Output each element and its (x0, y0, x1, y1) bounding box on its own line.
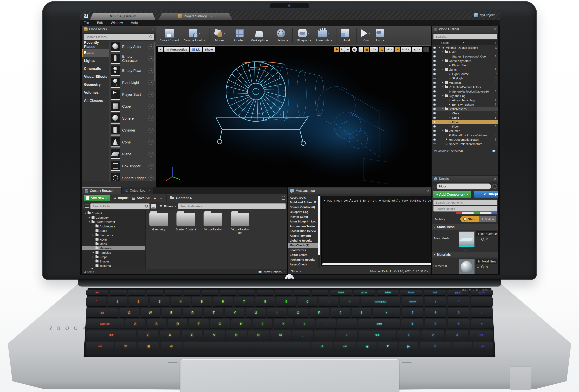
key-blank[interactable] (202, 290, 218, 296)
outliner-row-spherereflectioncapture[interactable]: ◎SphereReflectionCaptureS (432, 142, 498, 146)
message-log-header[interactable]: Message Log ✕ (288, 187, 431, 194)
key-C[interactable]: C (182, 330, 202, 340)
key-num lk[interactable]: num lk (402, 297, 423, 307)
search-paths-box[interactable] (90, 203, 150, 209)
show-filter-button[interactable]: Show▼ (291, 269, 301, 273)
toolbar-launch-button[interactable]: ▼Launch (373, 28, 390, 43)
outliner-row-player-start[interactable]: ▶Player StartP (432, 63, 498, 67)
key-K[interactable]: K (274, 319, 293, 329)
toolbar-blueprints-button[interactable]: ▼Blueprints (294, 28, 314, 43)
mobility-static-button[interactable]: Static (460, 216, 479, 222)
key-A[interactable]: A (125, 319, 145, 329)
key-ctrl[interactable]: ctrl (86, 342, 114, 351)
key-2[interactable]: 2 (129, 297, 148, 307)
key-blank[interactable] (128, 290, 145, 296)
eye-icon[interactable] (433, 55, 436, 58)
expand-arrow-icon[interactable]: ▼ (84, 212, 86, 214)
key-G[interactable]: G (210, 319, 230, 329)
key-0[interactable]: 0 (297, 297, 317, 307)
key-*[interactable]: * (448, 297, 470, 307)
log-category-editor-errors[interactable]: Editor Errors (288, 252, 318, 257)
tree-folder-maps[interactable]: Maps (82, 241, 145, 246)
keyboard[interactable]: escinsertprt scdeletehomeendpg uppg dn`1… (86, 290, 493, 351)
outliner-row-hmdlocomotionpawn[interactable]: ♟HMDLocomotionPawnE (432, 137, 498, 142)
key-Z[interactable]: Z (138, 330, 158, 340)
fingerprint-sensor[interactable] (510, 366, 531, 390)
scale-snap-value[interactable]: 0.25▼ (401, 47, 411, 52)
help-icon[interactable]: ? (492, 184, 497, 189)
place-item-point-light[interactable]: Point Light? (109, 77, 156, 88)
eye-icon[interactable] (433, 81, 436, 84)
static-mesh-thumbnail[interactable] (459, 232, 475, 247)
key-blank[interactable] (146, 290, 163, 296)
key-tab[interactable]: tab (86, 308, 118, 318)
key-blank[interactable] (312, 290, 329, 296)
category-all-classes[interactable]: All Classes (82, 96, 109, 104)
key-end[interactable]: end (424, 290, 446, 296)
menu-window[interactable]: Window (107, 20, 127, 26)
static-mesh-asset-name[interactable]: Floor_400x400 (476, 232, 497, 236)
category-recently-placed[interactable]: Recently Placed (82, 41, 109, 49)
grid-snap-value[interactable]: 10▼ (370, 47, 378, 52)
key-▶[interactable]: ▶ (399, 342, 419, 351)
asset-folder-starter-content[interactable]: Starter Content (175, 213, 197, 231)
outliner-row-audio[interactable]: ▼AudioF (432, 50, 498, 54)
tab-content-browser[interactable]: Content Browser ✕ (82, 187, 121, 194)
log-category-map-check-1-[interactable]: Map Check (1) (288, 243, 318, 248)
key-9[interactable]: 9 (448, 308, 470, 318)
horizontal-scrollbar[interactable] (322, 263, 431, 265)
menu-edit[interactable]: Edit (93, 20, 107, 26)
place-item-player-start[interactable]: Player Start? (109, 88, 156, 100)
key-blank[interactable] (183, 290, 200, 296)
scale-tool-button[interactable]: ⇗ (345, 47, 350, 52)
eye-icon[interactable] (433, 78, 436, 78)
key-8[interactable]: 8 (425, 308, 446, 318)
asset-folder-geometry[interactable]: Geometry (148, 213, 170, 231)
asset-folder-virtualreality-bp[interactable]: VirtualReality BP (229, 213, 251, 235)
grid-snap-button[interactable]: ▦ (364, 47, 369, 52)
eye-icon[interactable] (433, 103, 436, 106)
viewport-perspective-button[interactable]: Perspective (164, 47, 189, 52)
blueprint-button[interactable]: ⚙Blueprint (474, 191, 498, 198)
outliner-row-chair[interactable]: ⌂ChairS (432, 115, 498, 120)
key-shift[interactable]: shift (359, 330, 396, 340)
category-geometry[interactable]: Geometry (82, 80, 109, 88)
key-6[interactable]: 6 (448, 319, 469, 329)
eye-icon[interactable] (433, 108, 436, 110)
key-L[interactable]: L (295, 319, 315, 329)
use-selected-icon[interactable]: ← (476, 265, 479, 269)
eye-icon[interactable] (433, 117, 436, 119)
viewport-show-button[interactable]: Show (203, 47, 215, 52)
outliner-row-sky-and-fog[interactable]: ▼Sky and FogF (432, 93, 498, 98)
key-+[interactable]: + (471, 308, 493, 318)
key-P[interactable]: P (309, 308, 329, 318)
help-icon[interactable]: ? (148, 68, 154, 73)
outliner-row-minimal-default-editor-[interactable]: ▼◆Minimal_Default (Editor)W (432, 45, 498, 50)
key-U[interactable]: U (246, 308, 266, 318)
chevron-down-icon[interactable]: ▼ (223, 32, 225, 34)
viewport-options-dropdown[interactable]: ▼ (158, 47, 163, 52)
key-del[interactable]: del (473, 342, 493, 351)
key-blank[interactable] (275, 290, 292, 296)
log-category-lighting-results[interactable]: Lighting Results (288, 238, 318, 243)
key-insert[interactable]: insert (330, 290, 352, 296)
tree-folder-audio[interactable]: Audio (82, 229, 145, 233)
outliner-row-materials[interactable]: ▶MaterialsF (432, 80, 498, 85)
help-icon[interactable]: ? (148, 163, 154, 169)
toolbar-settings-button[interactable]: ▼Settings (274, 28, 291, 43)
materials-section-header[interactable]: ▼Materials (432, 252, 498, 257)
key-2[interactable]: 2 (421, 330, 444, 340)
help-icon[interactable]: ? (148, 152, 154, 157)
eye-icon[interactable] (433, 144, 436, 144)
search-assets-box[interactable] (178, 203, 286, 209)
key-.[interactable]: . (452, 342, 472, 351)
eye-icon[interactable] (433, 47, 436, 49)
log-category-localization-servic[interactable]: Localization Servic (288, 229, 318, 234)
key-D[interactable]: D (168, 319, 187, 329)
tree-folder-particles[interactable]: ▶Particles (82, 250, 145, 255)
key-=[interactable]: = (340, 297, 360, 307)
forward-button[interactable]: → (159, 196, 163, 200)
outliner-row-floor[interactable]: ⌂FloorS (432, 120, 498, 124)
save-all-button[interactable]: ▤Save All (132, 196, 150, 200)
add-new-button[interactable]: Add New▼ (84, 195, 110, 201)
